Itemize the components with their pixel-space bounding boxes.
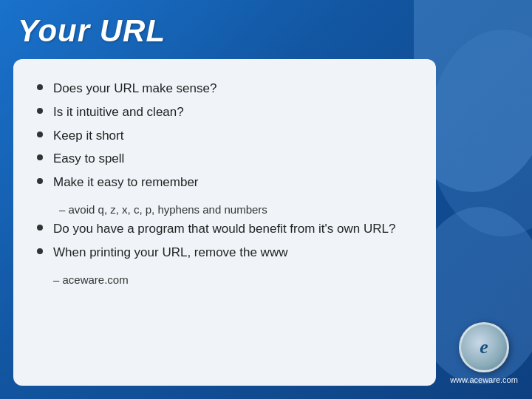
- logo-letter: e: [480, 336, 488, 358]
- slide-title: Your URL: [18, 13, 429, 49]
- bullet-dot-3: [37, 132, 43, 137]
- list-item-4: Easy to spell: [37, 150, 412, 168]
- bullet-dot-7: [37, 248, 43, 254]
- list-item-5: Make it easy to remember: [37, 174, 412, 191]
- logo-area: e www.aceware.com: [443, 318, 525, 384]
- bullet-dot-1: [37, 84, 43, 90]
- list-item-7: When printing your URL, remove the www: [37, 244, 412, 262]
- logo-url: www.aceware.com: [450, 375, 518, 384]
- sub-item-1: – avoid q, z, x, c, p, hyphens and numbe…: [53, 203, 412, 216]
- bullet-list-2: Do you have a program that would benefit…: [37, 220, 412, 267]
- list-item-6: Do you have a program that would benefit…: [37, 220, 412, 238]
- bullet-dot-6: [37, 225, 43, 231]
- content-card: Does your URL make sense? Is it intuitiv…: [13, 59, 436, 386]
- list-item-3: Keep it short: [37, 127, 412, 145]
- list-item-1: Does your URL make sense?: [37, 80, 412, 98]
- logo-circle: e: [459, 322, 509, 372]
- title-area: Your URL: [18, 13, 429, 49]
- bullet-dot-4: [37, 154, 43, 160]
- list-item-2: Is it intuitive and clean?: [37, 103, 412, 121]
- bullet-list-1: Does your URL make sense? Is it intuitiv…: [37, 80, 412, 197]
- bullet-dot-5: [37, 178, 43, 184]
- sub-item-2: – aceware.com: [53, 273, 412, 286]
- bullet-dot-2: [37, 108, 43, 114]
